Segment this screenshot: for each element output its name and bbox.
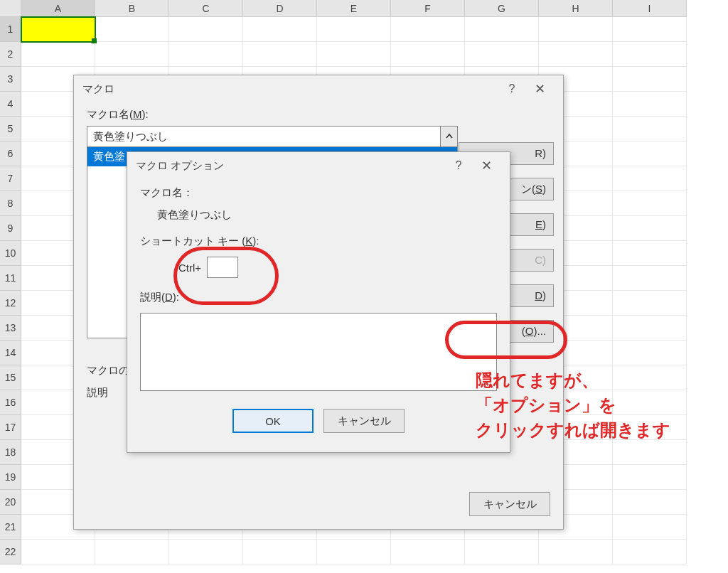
row-head-3[interactable]: 3 <box>0 67 21 92</box>
macro-cancel-button[interactable]: キャンセル <box>469 492 550 516</box>
row-head-13[interactable]: 13 <box>0 316 21 341</box>
macro-dialog-title: マクロ <box>82 82 114 96</box>
cell-F1[interactable] <box>391 17 465 42</box>
row-head-11[interactable]: 11 <box>0 266 21 291</box>
cell-I8[interactable] <box>613 191 687 216</box>
cell-I6[interactable] <box>613 141 687 166</box>
cell-D2[interactable] <box>243 42 317 67</box>
row-head-6[interactable]: 6 <box>0 141 21 166</box>
row-head-4[interactable]: 4 <box>0 92 21 117</box>
row-head-12[interactable]: 12 <box>0 291 21 316</box>
row-head-19[interactable]: 19 <box>0 465 21 490</box>
col-head-E[interactable]: E <box>317 0 391 17</box>
shortcut-key-label: ショートカット キー (K): <box>140 235 497 248</box>
help-icon[interactable]: ? <box>446 159 471 172</box>
col-head-I[interactable]: I <box>613 0 687 17</box>
cell-C22[interactable] <box>169 540 243 564</box>
cell-I2[interactable] <box>613 42 687 67</box>
cell-I11[interactable] <box>613 266 687 291</box>
cell-I12[interactable] <box>613 291 687 316</box>
cell-G1[interactable] <box>465 17 539 42</box>
cell-D22[interactable] <box>243 540 317 564</box>
cell-H2[interactable] <box>539 42 613 67</box>
shortcut-key-input[interactable] <box>207 257 238 278</box>
row-head-14[interactable]: 14 <box>0 341 21 365</box>
row-head-1[interactable]: 1 <box>0 17 21 42</box>
cell-I10[interactable] <box>613 241 687 266</box>
options-dialog-titlebar[interactable]: マクロ オプション ? ✕ <box>127 152 510 179</box>
cell-E2[interactable] <box>317 42 391 67</box>
col-head-H[interactable]: H <box>539 0 613 17</box>
column-headers-row: A B C D E F G H I <box>0 0 728 17</box>
cell-I21[interactable] <box>613 515 687 540</box>
cell-I18[interactable] <box>613 440 687 465</box>
options-dialog-title: マクロ オプション <box>136 159 224 173</box>
cell-I9[interactable] <box>613 216 687 241</box>
cell-A2[interactable] <box>21 42 95 67</box>
cell-B22[interactable] <box>95 540 169 564</box>
row-head-18[interactable]: 18 <box>0 440 21 465</box>
col-head-D[interactable]: D <box>243 0 317 17</box>
col-head-G[interactable]: G <box>465 0 539 17</box>
cell-G2[interactable] <box>465 42 539 67</box>
cell-B1[interactable] <box>95 17 169 42</box>
description-label: 説明(D): <box>140 291 497 304</box>
cell-I7[interactable] <box>613 166 687 191</box>
close-icon[interactable]: ✕ <box>471 158 501 173</box>
cell-I1[interactable] <box>613 17 687 42</box>
macro-dialog-titlebar[interactable]: マクロ ? ✕ <box>74 75 563 102</box>
cell-E22[interactable] <box>317 540 391 564</box>
cell-I19[interactable] <box>613 465 687 490</box>
cell-H1[interactable] <box>539 17 613 42</box>
help-icon[interactable]: ? <box>499 82 525 95</box>
col-head-F[interactable]: F <box>391 0 465 17</box>
row-head-15[interactable]: 15 <box>0 365 21 390</box>
col-head-B[interactable]: B <box>95 0 169 17</box>
row-head-7[interactable]: 7 <box>0 166 21 191</box>
cell-C2[interactable] <box>169 42 243 67</box>
options-macro-name-value: 黄色塗りつぶし <box>140 208 497 222</box>
cell-I14[interactable] <box>613 341 687 365</box>
col-head-C[interactable]: C <box>169 0 243 17</box>
cell-I20[interactable] <box>613 490 687 515</box>
macro-options-dialog: マクロ オプション ? ✕ マクロ名： 黄色塗りつぶし ショートカット キー (… <box>127 151 510 453</box>
row-head-17[interactable]: 17 <box>0 415 21 440</box>
annotation-text: 隠れてますが、 「オプション」を クリックすれば開きます <box>476 368 670 442</box>
select-all-corner[interactable] <box>0 0 21 17</box>
close-icon[interactable]: ✕ <box>525 81 555 97</box>
ok-button[interactable]: OK <box>232 409 314 433</box>
row-head-2[interactable]: 2 <box>0 42 21 67</box>
shortcut-prefix-label: Ctrl+ <box>178 262 201 274</box>
col-head-A[interactable]: A <box>21 0 95 17</box>
cell-I4[interactable] <box>613 92 687 117</box>
macro-name-label: マクロ名(M): <box>87 108 550 122</box>
cell-F2[interactable] <box>391 42 465 67</box>
options-cancel-button[interactable]: キャンセル <box>323 409 405 433</box>
cell-I5[interactable] <box>613 117 687 141</box>
cell-B2[interactable] <box>95 42 169 67</box>
cell-A22[interactable] <box>21 540 95 564</box>
cell-D1[interactable] <box>243 17 317 42</box>
macro-name-updown[interactable] <box>441 126 458 147</box>
row-head-20[interactable]: 20 <box>0 490 21 515</box>
description-textarea[interactable] <box>140 313 497 391</box>
cell-E1[interactable] <box>317 17 391 42</box>
cell-C1[interactable] <box>169 17 243 42</box>
cell-I3[interactable] <box>613 67 687 92</box>
row-head-5[interactable]: 5 <box>0 117 21 141</box>
cell-H22[interactable] <box>539 540 613 564</box>
options-macro-name-label: マクロ名： <box>140 186 497 200</box>
row-head-21[interactable]: 21 <box>0 515 21 540</box>
macro-name-input[interactable]: 黄色塗りつぶし <box>87 126 441 147</box>
cell-A1[interactable] <box>21 17 95 42</box>
cell-I13[interactable] <box>613 316 687 341</box>
row-head-22[interactable]: 22 <box>0 540 21 564</box>
row-head-10[interactable]: 10 <box>0 241 21 266</box>
row-head-8[interactable]: 8 <box>0 191 21 216</box>
cell-G22[interactable] <box>465 540 539 564</box>
row-head-16[interactable]: 16 <box>0 390 21 415</box>
row-head-9[interactable]: 9 <box>0 216 21 241</box>
cell-I22[interactable] <box>613 540 687 564</box>
cell-F22[interactable] <box>391 540 465 564</box>
